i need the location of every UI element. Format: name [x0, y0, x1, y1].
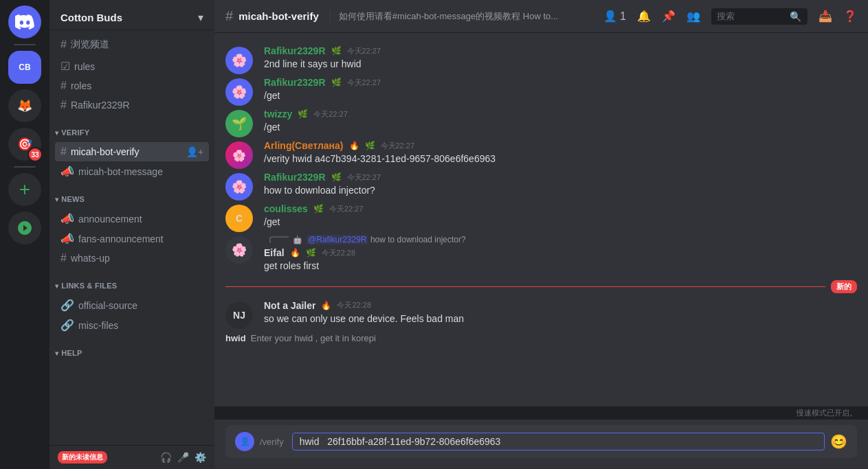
verify-channels: # micah-bot-verify 👤+ 📣 micah-bot-messag…: [49, 139, 214, 184]
notification-bell-button[interactable]: 🔔: [637, 10, 651, 23]
new-messages-badge: 新的: [831, 280, 857, 293]
browse-channels-btn[interactable]: # 浏览频道: [55, 33, 209, 56]
topbar-channel-name: micah-bot-verify: [238, 10, 319, 22]
discord-home-icon[interactable]: [8, 5, 41, 38]
link-icon: 🔗: [60, 299, 74, 312]
member-badge-icon: 🌿: [306, 248, 316, 258]
timestamp: 今天22:28: [322, 248, 356, 258]
channel-roles[interactable]: # roles: [55, 76, 209, 95]
channel-announcement[interactable]: 📣 announcement: [55, 209, 209, 229]
category-links-files[interactable]: LINKS & FILES: [49, 271, 214, 293]
member-count-badge: 1: [620, 10, 626, 23]
username: Rafikur2329R: [264, 45, 326, 56]
channel-hash-icon: #: [225, 8, 233, 24]
slow-mode-text: 慢速模式已开启。: [797, 409, 857, 417]
emoji-button[interactable]: 😊: [830, 433, 847, 450]
channel-micah-bot-verify[interactable]: # micah-bot-verify 👤+: [55, 142, 209, 161]
server-cotton-buds[interactable]: CB: [8, 51, 41, 84]
avatar: 🌸: [225, 78, 253, 106]
main-content: # micah-bot-verify 如何使用请看#micah-bot-mess…: [214, 0, 868, 469]
message-input[interactable]: [292, 433, 825, 450]
members-button[interactable]: 👥: [687, 10, 700, 23]
announce-icon-2: 📣: [60, 212, 74, 225]
message-group: 🌸 🤖 @Rafikur2329R how to download inject…: [214, 233, 868, 275]
search-box[interactable]: 🔍: [711, 8, 808, 25]
server-3[interactable]: 🎯: [8, 128, 41, 161]
new-messages-divider: 新的: [214, 275, 868, 299]
channel-rules[interactable]: ☑ rules: [55, 56, 209, 76]
message-header: Eifal 🔥 🌿 今天22:28: [264, 247, 857, 258]
category-links-files-label: LINKS & FILES: [61, 282, 117, 290]
channel-sponsorship[interactable]: # Rafikur2329R: [55, 95, 209, 115]
channel-fans-announcement[interactable]: 📣 fans-announcement: [55, 229, 209, 249]
channel-official-source[interactable]: 🔗 official-source: [55, 295, 209, 315]
timestamp: 今天22:27: [313, 109, 348, 119]
links-files-channels: 🔗 official-source 🔗 misc-files: [49, 293, 214, 338]
system-message: hwid Enter your hwid , get it in korepi: [214, 330, 868, 346]
channel-whats-up-label: whats-up: [71, 253, 110, 264]
avatar: 🌸: [225, 173, 253, 201]
message-group: 🌸 Arling(Светлана) 🔥 🌿 今天22:27 /verity h…: [214, 139, 868, 170]
category-help[interactable]: HELP: [49, 338, 214, 360]
avatar: 🌸: [225, 47, 253, 74]
timestamp: 今天22:27: [381, 141, 415, 151]
channel-micah-bot-message[interactable]: 📣 micah-bot-message: [55, 161, 209, 181]
hash-icon: #: [60, 80, 67, 92]
message-header: Rafikur2329R 🌿 今天22:27: [264, 172, 857, 183]
news-channels: 📣 announcement 📣 fans-announcement # wha…: [49, 206, 214, 271]
settings-icon[interactable]: ⚙️: [194, 452, 206, 463]
channel-whats-up[interactable]: # whats-up: [55, 249, 209, 268]
username: Eifal: [264, 247, 285, 258]
avatar: 🌸: [225, 141, 253, 169]
sidebar: Cotton Buds ▾ # 浏览频道 ☑ rules # roles # R…: [49, 0, 214, 469]
username: coulisses: [264, 203, 308, 214]
message-content: Arling(Светлана) 🔥 🌿 今天22:27 /verity hwi…: [264, 140, 857, 169]
mic-icon[interactable]: 🎤: [177, 452, 189, 463]
channel-roles-label: roles: [71, 80, 91, 91]
channel-misc-files[interactable]: 🔗 misc-files: [55, 315, 209, 335]
message-content: Not a Jailer 🔥 今天22:28 so we can only us…: [264, 300, 857, 329]
hash-icon-3: #: [60, 146, 67, 158]
username: Not a Jailer: [264, 300, 315, 311]
message-header: Rafikur2329R 🌿 今天22:27: [264, 77, 857, 88]
search-input[interactable]: [717, 11, 786, 21]
category-news[interactable]: NEWS: [49, 184, 214, 206]
message-group: C coulisses 🌿 今天22:27 /get: [214, 202, 868, 233]
message-input-box: 👤 /verify 😊: [225, 425, 857, 458]
message-text: how to download injector?: [264, 184, 857, 198]
inbox-button[interactable]: 📥: [819, 10, 832, 23]
message-text: /get: [264, 89, 857, 103]
server-name-header[interactable]: Cotton Buds ▾: [49, 0, 214, 30]
channel-micah-bot-verify-label: micah-bot-verify: [71, 146, 140, 157]
announce-icon-3: 📣: [60, 232, 74, 245]
server-title: Cotton Buds: [60, 12, 122, 23]
input-prefix: /verify: [260, 437, 284, 447]
member-badge-icon: 🌿: [365, 141, 375, 150]
help-button[interactable]: ❓: [843, 10, 857, 23]
timestamp: 今天22:27: [347, 172, 381, 183]
link-icon-2: 🔗: [60, 319, 74, 332]
avatar: 🌱: [225, 110, 253, 137]
add-user-icon[interactable]: 👤+: [186, 146, 203, 157]
add-server-button[interactable]: +: [8, 173, 41, 206]
username: Arling(Светлана): [264, 140, 344, 151]
member-badge-icon: 🌿: [331, 46, 342, 56]
hash-icon-2: #: [60, 99, 67, 111]
explore-servers-button[interactable]: [8, 211, 41, 244]
new-messages-notification-bar[interactable]: 新的未读信息 🎧 🎤 ⚙️: [49, 445, 214, 469]
category-verify[interactable]: VERIFY: [49, 117, 214, 139]
channel-micah-bot-message-label: micah-bot-message: [78, 166, 163, 177]
server-2[interactable]: 🦊: [8, 89, 41, 122]
message-content: Rafikur2329R 🌿 今天22:27 how to download i…: [264, 172, 857, 201]
member-count-display: 👤 1: [603, 10, 626, 23]
messages-area[interactable]: 🌸 Rafikur2329R 🌿 今天22:27 2nd line it say…: [214, 33, 868, 407]
message-text: 2nd line it says ur hwid: [264, 58, 857, 71]
channel-official-source-label: official-source: [78, 300, 137, 311]
compass-icon: #: [60, 38, 67, 51]
pin-button[interactable]: 📌: [662, 10, 676, 23]
avatar: C: [225, 205, 253, 232]
topbar: # micah-bot-verify 如何使用请看#micah-bot-mess…: [214, 0, 868, 33]
message-text: get roles first: [264, 260, 857, 273]
headset-icon[interactable]: 🎧: [160, 452, 172, 463]
message-header: Rafikur2329R 🌿 今天22:27: [264, 45, 857, 56]
